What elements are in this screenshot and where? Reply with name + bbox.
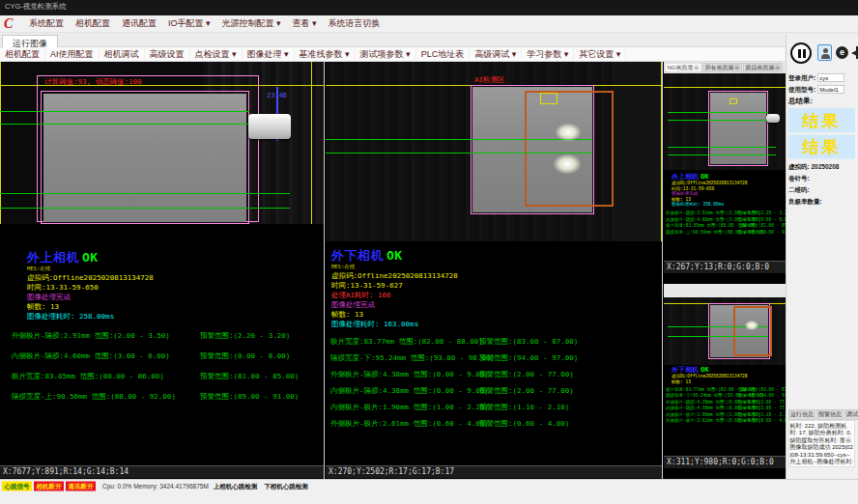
menu-comm-config[interactable]: 通讯配置 bbox=[116, 17, 162, 30]
app-logo-icon: C bbox=[4, 17, 19, 31]
tool-plc-address-table[interactable]: PLC地址表 bbox=[416, 48, 471, 61]
measurement-row: 极片宽度:83.77mm 范围:(82.00 - 88.00)预警范围:(83.… bbox=[330, 333, 662, 350]
cpu-memory-status: Cpu: 0.0% Memory: 3424.41796875M bbox=[102, 483, 209, 490]
pause-button[interactable] bbox=[790, 42, 812, 64]
measure-line-green bbox=[0, 193, 290, 194]
threshold-label: 计算阈值:93, 动态阈值:100 bbox=[44, 77, 142, 87]
pixel-coord-bar: X:7677;Y:891;R:14;G:14;B:14 bbox=[0, 465, 324, 478]
process-elapsed: 图像处理耗时: 163.00ms bbox=[331, 319, 662, 328]
capture-time: 时间:13-31-59-650 bbox=[27, 282, 324, 292]
info-tab-run[interactable]: 运行信息 bbox=[788, 409, 815, 420]
tool-spot-check[interactable]: 点检设置 ▾ bbox=[190, 48, 243, 61]
mes-status: MES:在线 bbox=[331, 264, 662, 271]
user-button[interactable] bbox=[817, 44, 832, 61]
camera-image-upper: 计算阈值:93, 动态阈值:100 23.46 bbox=[0, 62, 324, 224]
overlay-text-upper: 外上相机OK MES:在线 虚拟码:Offline202502081313472… bbox=[0, 224, 324, 406]
view-tab-track[interactable]: 跟踪画面展示 bbox=[743, 63, 783, 72]
mini-view-column: NG画面显示所有画面展示跟踪画面展示 bbox=[664, 62, 786, 479]
measurement-row: 极片宽度:83.05mm 范围:(80.00 - 86.00)预警范围:(81.… bbox=[12, 366, 324, 386]
reflection-glow bbox=[556, 124, 581, 141]
tool-camera-debug[interactable]: 相机调试 bbox=[100, 48, 145, 61]
measurement-row: 外侧极片-隔膜:2.91mm 范围:(2.00 - 3.50)预警范围:(2.2… bbox=[12, 325, 324, 346]
menu-io-config[interactable]: IO手配置 ▾ bbox=[162, 17, 216, 30]
frame-count: 帧数: 13 bbox=[331, 309, 662, 319]
camera-view-upper: 计算阈值:93, 动态阈值:100 23.46 外上相机OK MES:在线 虚拟… bbox=[0, 62, 325, 479]
info-tab-debug[interactable]: 调试信息 bbox=[844, 409, 858, 420]
status-bar: 心跳信号 相机断开 通讯断开 Cpu: 0.0% Memory: 3424.41… bbox=[0, 479, 858, 504]
process-done: 图像处理完成 bbox=[331, 299, 662, 309]
qrcode-label: 二维码: bbox=[788, 184, 858, 196]
tool-advanced-debug[interactable]: 高级调试 ▾ bbox=[470, 48, 522, 61]
roller-tool bbox=[766, 114, 780, 123]
mini-view-upper[interactable]: 外上相机OK 虚拟码:Offline2025020813134728 时间:13… bbox=[664, 73, 786, 284]
camera-name: 外下相机 bbox=[331, 248, 384, 263]
mini-image-lower bbox=[664, 297, 786, 365]
roller-tool bbox=[248, 114, 291, 139]
window-title: CYG-视觉检测系统 bbox=[0, 0, 858, 11]
upper-cam-heartbeat: 上相机心跳检测 bbox=[214, 482, 258, 490]
camera-status-badge: 相机断开 bbox=[34, 482, 64, 491]
tool-advanced-settings[interactable]: 高级设置 bbox=[145, 48, 190, 61]
lower-cam-heartbeat: 下相机心跳检测 bbox=[264, 482, 308, 490]
tool-camera-config[interactable]: 相机配置 bbox=[0, 48, 45, 61]
menu-view[interactable]: 查看 ▾ bbox=[287, 17, 323, 30]
tool-learning-params[interactable]: 学习参数 ▾ bbox=[522, 48, 574, 61]
measurement-row: 内侧极片-隔膜:4.38mm 范围:(0.00 - 9.00)预警范围:(2.0… bbox=[330, 382, 662, 399]
heartbeat-badge: 心跳信号 bbox=[2, 482, 32, 491]
defect-box bbox=[540, 93, 558, 104]
comm-status-badge: 通讯断开 bbox=[66, 482, 96, 491]
login-user-value[interactable]: cys bbox=[817, 74, 844, 82]
login-user-label: 登录用户: bbox=[788, 73, 815, 82]
right-sidebar: e 登录用户:cys 使用型号:Model1 总结果: 结果 结果 虚拟码: 2… bbox=[786, 35, 858, 479]
reflection-glow bbox=[554, 154, 581, 174]
guide-line-yellow bbox=[661, 62, 662, 241]
measure-line-green bbox=[0, 208, 290, 209]
overlay-text-lower: 外下相机OK MES:在线 虚拟码:Offline202502081313472… bbox=[326, 241, 662, 432]
tool-image-processing[interactable]: 图像处理 ▾ bbox=[243, 48, 295, 61]
virtual-code: 虚拟码:Offline2025020813134728 bbox=[331, 270, 662, 280]
tool-ai-usage-config[interactable]: AI使用配置 bbox=[45, 48, 100, 61]
measure-line-green bbox=[0, 111, 249, 112]
mini-overlay-lower: 外下相机OK 虚拟码:Offline2025020813134728 帧数: 1… bbox=[664, 365, 786, 424]
view-tab-all[interactable]: 所有画面展示 bbox=[702, 63, 742, 72]
measurement-row: 隔膜宽度-上:90.56mm 范围:(88.00 - 92.00)预警范围:(8… bbox=[12, 386, 324, 406]
title-bar: CYG-视觉检测系统 bbox=[0, 0, 858, 15]
view-tab-ng[interactable]: NG画面显示 bbox=[665, 63, 701, 72]
result-ok: OK bbox=[386, 248, 403, 263]
model-value[interactable]: Model1 bbox=[817, 86, 844, 94]
menu-light-config[interactable]: 光源控制配置 ▾ bbox=[216, 17, 287, 30]
ai-elapsed: 处理AI耗时: 166 bbox=[331, 290, 662, 299]
menu-language-switch[interactable]: 系统语言切换 bbox=[323, 17, 386, 30]
tool-test-params[interactable]: 测试项参数 ▾ bbox=[356, 48, 416, 61]
process-done: 图像处理完成 bbox=[27, 292, 324, 301]
model-label: 使用型号: bbox=[788, 85, 815, 94]
user-icon bbox=[823, 48, 828, 53]
virtual-code: 虚拟码:Offline2025020813134728 bbox=[27, 272, 324, 282]
camera-image-lower: AI检测区 bbox=[326, 62, 662, 241]
result-ok: OK bbox=[82, 250, 99, 265]
power-button[interactable]: e bbox=[836, 46, 848, 59]
app-window: CYG-视觉检测系统 C 系统配置 相机配置 通讯配置 IO手配置 ▾ 光源控制… bbox=[0, 0, 858, 504]
mes-status: MES:在线 bbox=[27, 266, 324, 273]
exit-button[interactable] bbox=[851, 45, 858, 61]
panel-gap bbox=[664, 284, 786, 297]
menu-camera-config[interactable]: 相机配置 bbox=[70, 17, 116, 30]
capture-time: 时间:13-31-59-627 bbox=[331, 280, 662, 290]
mini-view-lower[interactable]: 外下相机OK 虚拟码:Offline2025020813134728 帧数: 1… bbox=[664, 297, 786, 479]
guide-line-yellow bbox=[311, 62, 312, 224]
info-tab-alarm[interactable]: 报警信息 bbox=[816, 409, 844, 420]
main-content: 计算阈值:93, 动态阈值:100 23.46 外上相机OK MES:在线 虚拟… bbox=[0, 62, 858, 479]
tool-other-settings[interactable]: 其它设置 ▾ bbox=[574, 48, 626, 61]
tab-strip: 运行图像 bbox=[0, 33, 858, 47]
view-mode-tabs: NG画面显示所有画面展示跟踪画面展示 bbox=[664, 62, 786, 73]
result-block-1: 结果 bbox=[788, 108, 855, 132]
measurement-row: 外侧极片-隔膜:4.38mm 范围:(0.00 - 9.00)预警范围:(2.0… bbox=[330, 366, 662, 382]
result-block-2: 结果 bbox=[788, 135, 855, 159]
pixel-coord-bar: X:311;Y:980;R:0;G:0;B:0 bbox=[664, 456, 786, 468]
pixel-coord-bar: X:270;Y:2502;R:17;G:17;B:17 bbox=[326, 465, 662, 478]
menu-system-config[interactable]: 系统配置 bbox=[23, 17, 70, 30]
run-log[interactable]: 耗时: 222, 缺陷检测耗时: 17, 缺陷分类耗时: 0, 缺陷提取分区耗时… bbox=[788, 421, 855, 467]
measure-line-green bbox=[326, 153, 592, 154]
measure-line-green bbox=[0, 124, 249, 125]
tool-baseline-params[interactable]: 基准线参数 ▾ bbox=[295, 48, 356, 61]
